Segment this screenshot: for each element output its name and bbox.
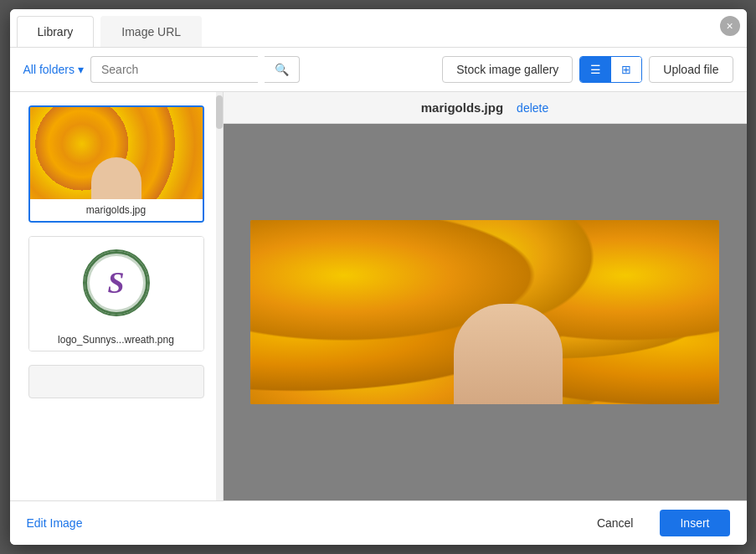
preview-header: marigolds.jpg delete — [224, 92, 747, 124]
list-view-button[interactable]: ☰ — [580, 57, 611, 82]
cancel-button[interactable]: Cancel — [580, 510, 651, 536]
image-card-marigolds[interactable]: marigolds.jpg — [28, 105, 204, 223]
view-toggle: ☰ ⊞ — [579, 56, 642, 83]
insert-button[interactable]: Insert — [660, 510, 729, 536]
hand-preview-shape — [454, 304, 563, 404]
footer-right: Cancel Insert — [580, 510, 730, 536]
tabs-bar: Library Image URL — [10, 9, 747, 48]
logo-wreath — [85, 251, 148, 315]
close-button[interactable]: × — [720, 16, 740, 36]
image-card-logo[interactable]: S logo_Sunnys...wreath.png — [28, 236, 204, 351]
all-folders-label: All folders — [23, 63, 75, 76]
marigold-preview-visual — [250, 220, 719, 404]
search-button[interactable]: 🔍 — [265, 56, 300, 83]
sidebar: marigolds.jpg S logo_Sunnys...wreath.png — [10, 92, 224, 500]
stock-gallery-button[interactable]: Stock image gallery — [442, 56, 573, 83]
image-thumb-marigolds — [30, 107, 203, 199]
search-icon: 🔍 — [275, 63, 289, 76]
list-view-icon: ☰ — [590, 63, 601, 76]
edit-image-button[interactable]: Edit Image — [27, 516, 83, 530]
preview-filename: marigolds.jpg — [421, 100, 503, 115]
image-card-partial — [28, 365, 204, 398]
logo-circle: S — [83, 249, 150, 316]
image-label-logo: logo_Sunnys...wreath.png — [29, 329, 203, 351]
image-label-marigolds: marigolds.jpg — [30, 199, 203, 221]
grid-view-button[interactable]: ⊞ — [611, 57, 641, 82]
scrollbar-track[interactable] — [216, 92, 223, 500]
upload-file-button[interactable]: Upload file — [649, 56, 733, 83]
tab-library[interactable]: Library — [17, 16, 95, 47]
all-folders-button[interactable]: All folders ▾ — [23, 63, 84, 76]
delete-button[interactable]: delete — [517, 101, 548, 115]
grid-view-icon: ⊞ — [621, 63, 631, 76]
main-content: marigolds.jpg S logo_Sunnys...wreath.png — [10, 92, 747, 500]
modal-overlay: × Library Image URL All folders ▾ 🔍 Stoc… — [0, 0, 756, 554]
scrollbar-thumb — [216, 95, 223, 129]
chevron-down-icon: ▾ — [78, 63, 84, 76]
preview-panel: marigolds.jpg delete — [224, 92, 747, 500]
search-input[interactable] — [90, 56, 258, 83]
modal-dialog: × Library Image URL All folders ▾ 🔍 Stoc… — [10, 9, 747, 545]
tab-image-url[interactable]: Image URL — [100, 16, 202, 47]
preview-image — [250, 220, 719, 404]
toolbar: All folders ▾ 🔍 Stock image gallery ☰ ⊞ … — [10, 48, 747, 92]
preview-image-area — [224, 124, 747, 500]
modal-footer: Edit Image Cancel Insert — [10, 500, 747, 545]
image-thumb-logo: S — [29, 237, 203, 329]
